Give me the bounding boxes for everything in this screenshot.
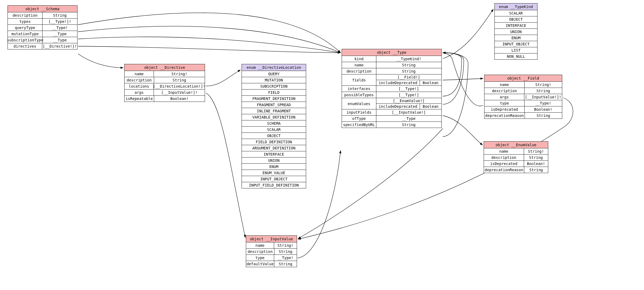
- field-name: deprecationReason: [484, 113, 525, 119]
- field-type: String: [376, 68, 441, 74]
- field-type: String: [524, 155, 548, 160]
- enum-value: UNION: [242, 157, 306, 164]
- field-name: deprecationReason: [484, 167, 524, 173]
- field-row: queryType__Type!: [8, 25, 77, 31]
- field-type: Boolean!: [154, 96, 205, 102]
- field-name: name: [484, 82, 525, 88]
- enum-value: ENUM: [495, 35, 537, 41]
- entity-title: object __EnumValue: [484, 142, 548, 148]
- nested-type: [__EnumValue!]: [376, 98, 441, 103]
- field-row: nameString!: [484, 82, 562, 88]
- field-row: mutationType__Type: [8, 31, 77, 37]
- field-name: queryType: [8, 25, 43, 31]
- field-name: name: [125, 71, 154, 77]
- entity-input_value: object __InputValuenameString!descriptio…: [246, 235, 297, 267]
- enum-value: INPUT_FIELD_DEFINITION: [242, 182, 306, 188]
- field-type: __Type: [376, 116, 441, 121]
- field-name: fields: [342, 74, 376, 85]
- field-row: types[__Type!]!: [8, 19, 77, 25]
- entity-title: enum __TypeKind: [495, 3, 537, 10]
- enum-value: SCHEMA: [242, 120, 306, 127]
- field-name: description: [484, 88, 525, 94]
- field-row: nameString!: [246, 242, 297, 249]
- field-type: __TypeKind!: [376, 56, 441, 62]
- entity-directive_location: enum __DirectiveLocationQUERYMUTATIONSUB…: [242, 64, 306, 188]
- enum-value: FIELD_DEFINITION: [242, 139, 306, 145]
- field-name: possibleTypes: [342, 92, 376, 98]
- field-name: subscriptionType: [8, 37, 43, 43]
- entity-type: object __Typekind__TypeKind!nameStringde…: [342, 49, 442, 128]
- field-name: description: [484, 155, 524, 160]
- entity-schema: object __SchemadescriptionStringtypes[__…: [8, 5, 77, 49]
- field-type: String: [154, 77, 205, 83]
- relation-edge: [443, 53, 483, 106]
- field-type: [__Type!]!: [43, 19, 77, 24]
- field-row: fields[__Field!]includeDeprecatedBoolean: [342, 74, 441, 86]
- field-type: Boolean!: [524, 161, 548, 167]
- relation-edge: [443, 116, 483, 145]
- enum-value: SCALAR: [242, 127, 306, 133]
- field-type: __Type!: [274, 255, 297, 261]
- field-name: type: [246, 255, 274, 261]
- enum-value: FIELD: [242, 89, 306, 96]
- field-row: defaultValueString: [246, 261, 297, 267]
- field-row: deprecationReasonString: [484, 113, 562, 119]
- field-name: isRepeatable: [125, 96, 154, 102]
- field-name: enumValues: [342, 98, 376, 109]
- relation-edge: [443, 78, 483, 80]
- field-name: isDeprecated: [484, 106, 525, 112]
- nested-arg-name: includeDeprecated: [376, 104, 420, 109]
- field-name: description: [125, 77, 154, 83]
- field-row: descriptionString: [484, 155, 548, 161]
- field-name: locations: [125, 83, 154, 89]
- field-name: description: [246, 249, 274, 255]
- field-name: types: [8, 19, 43, 24]
- nested-row: includeDeprecatedBoolean: [376, 80, 441, 85]
- nested-type: [__Field!]: [376, 74, 441, 80]
- enum-value: INTERFACE: [495, 23, 537, 29]
- relation-edge: [206, 70, 240, 86]
- relation-edge: [206, 93, 245, 238]
- field-row: interfaces[__Type!]: [342, 86, 441, 92]
- relation-edge: [78, 54, 123, 68]
- field-type: __Type: [43, 37, 77, 43]
- relation-edge: [78, 13, 341, 53]
- field-type: String: [274, 261, 297, 267]
- field-type: String!: [525, 82, 562, 88]
- field-row: type__Type!: [246, 255, 297, 261]
- enum-value: QUERY: [242, 71, 306, 77]
- field-row: descriptionString: [125, 77, 205, 83]
- entity-title: object __Type: [342, 49, 441, 56]
- entity-title: object __InputValue: [246, 236, 297, 242]
- enum-value: INPUT_OBJECT: [495, 41, 537, 47]
- field-type: [__InputValue!]!: [524, 94, 562, 100]
- field-type: String: [524, 167, 548, 173]
- relation-edge: [443, 53, 464, 104]
- enum-value: INTERFACE: [242, 151, 306, 157]
- field-type: String: [376, 62, 441, 68]
- enum-value: ENUM_VALUE: [242, 170, 306, 176]
- enum-value: OBJECT: [242, 133, 306, 139]
- enum-value: ENUM: [242, 164, 306, 170]
- field-name: name: [246, 242, 274, 248]
- field-type: [__Directive!]!: [42, 43, 77, 49]
- nested-row: includeDeprecatedBoolean: [376, 104, 441, 109]
- nested-row: [__Field!]: [376, 74, 441, 80]
- relation-edge: [78, 37, 341, 53]
- nested-arg-type: Boolean: [420, 104, 441, 109]
- field-row: nameString: [342, 62, 441, 68]
- field-row: inputFields[__InputValue!]: [342, 109, 441, 116]
- field-row: nameString!: [125, 71, 205, 77]
- enum-value: OBJECT: [495, 16, 537, 23]
- field-name: ofType: [342, 116, 376, 121]
- field-row: descriptionString: [8, 12, 77, 19]
- field-row: deprecationReasonString: [484, 167, 548, 173]
- field-row: ofType__Type: [342, 116, 441, 122]
- field-row: kind__TypeKind!: [342, 56, 441, 62]
- entity-title: object __Schema: [8, 6, 77, 12]
- field-type: __Type!: [43, 25, 77, 31]
- field-name: mutationType: [8, 31, 43, 37]
- field-type: [__Type!]: [376, 86, 441, 92]
- entity-title: enum __DirectiveLocation: [242, 64, 306, 71]
- field-type: [__Type!]: [376, 92, 441, 98]
